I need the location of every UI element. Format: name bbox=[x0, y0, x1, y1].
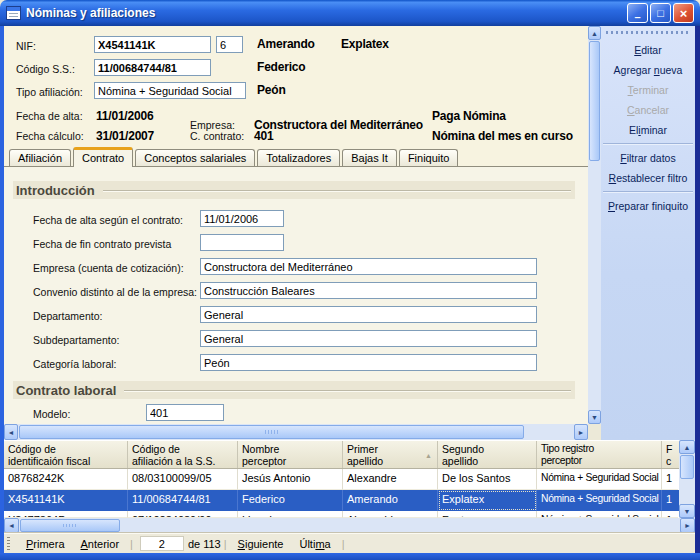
tab-totalizadores[interactable]: Totalizadores bbox=[257, 149, 340, 166]
ss-input[interactable] bbox=[94, 59, 211, 76]
sort-asc-icon: ▲ bbox=[425, 450, 432, 462]
field-label-empresa: Empresa (cuenta de cotización): bbox=[33, 262, 184, 274]
previous-record-button[interactable]: Anterior bbox=[73, 538, 128, 550]
table-row[interactable]: 08768242K 08/03100099/05 Jesús Antonio A… bbox=[4, 469, 679, 490]
section-introduccion: Introducción bbox=[13, 181, 575, 199]
categoria-laboral-input[interactable] bbox=[200, 354, 537, 371]
grid-hscroll-thumb[interactable] bbox=[20, 519, 120, 532]
column-header-nombre[interactable]: Nombreperceptor bbox=[238, 441, 343, 468]
affiliation-input[interactable] bbox=[94, 82, 246, 99]
field-label-departamento: Departamento: bbox=[33, 310, 102, 322]
nif-label: NIF: bbox=[16, 40, 36, 52]
next-record-button[interactable]: Siguiente bbox=[230, 538, 292, 550]
grid-vertical-scrollbar[interactable]: ▲ ▼ bbox=[679, 440, 695, 518]
minimize-button[interactable]: – bbox=[627, 3, 648, 23]
record-header: NIF: Amerando Explatex Código S.S.: Fede… bbox=[4, 26, 588, 147]
filtrar-datos-button[interactable]: Filtrar datos bbox=[601, 148, 695, 168]
tab-finiquito[interactable]: Finiquito bbox=[399, 149, 459, 166]
scroll-right-icon[interactable]: ► bbox=[680, 518, 695, 533]
field-label-categoria: Categoría laboral: bbox=[33, 358, 116, 370]
last-record-button[interactable]: Última bbox=[291, 538, 338, 550]
navigator-separator: | bbox=[221, 538, 230, 550]
scroll-right-icon[interactable]: ► bbox=[574, 424, 588, 440]
action-sidebar: Editar Agregar nueva Terminar Cancelar E… bbox=[601, 26, 695, 440]
maximize-button[interactable]: □ bbox=[650, 3, 671, 23]
affiliation-label: Tipo afiliación: bbox=[16, 86, 83, 98]
scroll-left-icon[interactable]: ◄ bbox=[4, 518, 19, 533]
subdepartamento-input[interactable] bbox=[200, 330, 537, 347]
table-row[interactable]: X3477364P 07/10234089/99 Lisardo Alexand… bbox=[4, 511, 679, 518]
sidebar-grip[interactable] bbox=[606, 31, 690, 34]
empresa-cotizacion-input[interactable] bbox=[200, 258, 537, 275]
section-rule bbox=[103, 190, 571, 192]
preparar-finiquito-button[interactable]: Preparar finiquito bbox=[601, 196, 695, 216]
section-contrato-laboral: Contrato laboral bbox=[13, 381, 575, 399]
ss-label: Código S.S.: bbox=[16, 63, 75, 75]
scroll-left-icon[interactable]: ◄ bbox=[4, 424, 18, 440]
agregar-nueva-button[interactable]: Agregar nueva bbox=[601, 60, 695, 80]
vscroll-thumb[interactable] bbox=[589, 41, 600, 161]
fecha-fin-contrato-input[interactable] bbox=[200, 234, 284, 251]
app-icon bbox=[6, 6, 21, 20]
alta-label: Fecha de alta: bbox=[16, 110, 83, 122]
scroll-up-icon[interactable]: ▲ bbox=[588, 26, 601, 40]
column-header-cif[interactable]: Código deidentificaión fiscal bbox=[4, 441, 128, 468]
cancelar-button: Cancelar bbox=[601, 100, 695, 120]
window-border-bottom bbox=[0, 553, 700, 560]
editar-button[interactable]: Editar bbox=[601, 40, 695, 60]
field-label-subdepartamento: Subdepartamento: bbox=[33, 334, 119, 346]
field-label-fecha-alta: Fecha de alta según el contrato: bbox=[33, 214, 183, 226]
nif-input[interactable] bbox=[94, 36, 211, 53]
sidebar-separator bbox=[603, 143, 693, 145]
focused-cell[interactable]: Explatex bbox=[438, 490, 537, 511]
field-label-fecha-fin: Fecha de fin contrato prevista bbox=[33, 238, 171, 250]
tab-bajas-it[interactable]: Bajas It bbox=[342, 149, 397, 166]
grid-header: Código deidentificaión fiscal Código dea… bbox=[4, 440, 679, 469]
navigator-grip[interactable] bbox=[7, 537, 10, 551]
record-navigator: Primera Anterior | 2 de 113 | Siguiente … bbox=[4, 533, 695, 553]
scroll-up-icon[interactable]: ▲ bbox=[679, 440, 695, 454]
tab-afiliacion[interactable]: Afiliación bbox=[9, 149, 71, 166]
second-surname: Explatex bbox=[341, 37, 389, 51]
tab-conceptos-salariales[interactable]: Conceptos salariales bbox=[135, 149, 255, 166]
first-surname: Amerando bbox=[257, 37, 315, 51]
column-header-tipo-registro[interactable]: Tipo registroperceptor bbox=[537, 441, 662, 468]
column-header-segundo-apellido[interactable]: Segundoapellido bbox=[438, 441, 537, 468]
restablecer-filtro-button[interactable]: Restablecer filtro bbox=[601, 168, 695, 188]
record-position-input[interactable]: 2 bbox=[140, 536, 184, 551]
tab-contrato[interactable]: Contrato bbox=[73, 147, 133, 167]
column-header-primer-apellido[interactable]: Primerapellido▲ bbox=[343, 441, 438, 468]
content-vertical-scrollbar[interactable]: ▲ ▼ bbox=[588, 26, 601, 424]
nomina-mes-label: Nómina del mes en curso bbox=[432, 129, 573, 143]
departamento-input[interactable] bbox=[200, 306, 537, 323]
fecha-alta-contrato-input[interactable] bbox=[200, 210, 284, 227]
convenio-input[interactable] bbox=[200, 282, 537, 299]
first-record-button[interactable]: Primera bbox=[18, 538, 73, 550]
grid-horizontal-scrollbar[interactable]: ◄ ► bbox=[4, 518, 695, 533]
alta-value: 11/01/2006 bbox=[96, 109, 153, 123]
modelo-input[interactable] bbox=[146, 404, 224, 421]
nif-digit-input[interactable] bbox=[216, 36, 243, 53]
thumb-grip bbox=[63, 524, 77, 527]
records-grid: Código deidentificaión fiscal Código dea… bbox=[4, 440, 695, 533]
column-header-fecha[interactable]: Fc bbox=[662, 441, 678, 468]
scroll-down-icon[interactable]: ▼ bbox=[588, 410, 601, 424]
content-horizontal-scrollbar[interactable]: ◄ ► bbox=[4, 424, 588, 440]
table-row-selected[interactable]: X4541141K 11/00684744/81 Federico Ameran… bbox=[4, 490, 679, 511]
column-header-afiliacion[interactable]: Código deafiliación a la S.S. bbox=[128, 441, 238, 468]
window-title: Nóminas y afiliaciones bbox=[26, 6, 155, 20]
thumb-grip bbox=[265, 430, 279, 434]
category-label: Peón bbox=[257, 83, 286, 97]
scroll-down-icon[interactable]: ▼ bbox=[679, 504, 695, 518]
paga-label: Paga Nómina bbox=[432, 109, 506, 123]
navigator-separator: | bbox=[127, 538, 136, 550]
grid-vscroll-thumb[interactable] bbox=[680, 455, 694, 479]
section-rule bbox=[124, 390, 571, 392]
calculo-value: 31/01/2007 bbox=[96, 129, 154, 143]
eliminar-button[interactable]: Eliminar bbox=[601, 120, 695, 140]
titlebar: Nóminas y afiliaciones – □ × bbox=[0, 0, 700, 26]
hscroll-thumb[interactable] bbox=[19, 425, 524, 439]
close-button[interactable]: × bbox=[673, 3, 694, 23]
contrato-value: 401 bbox=[254, 129, 273, 143]
sidebar-separator bbox=[603, 191, 693, 193]
